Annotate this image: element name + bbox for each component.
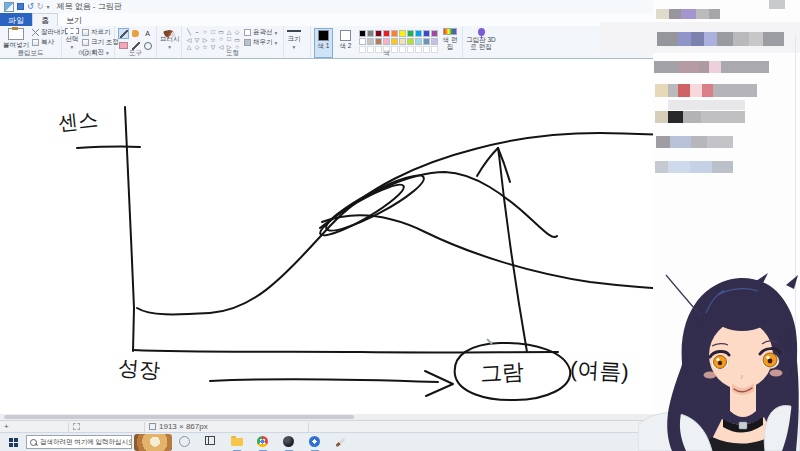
- blur-segment: [713, 84, 757, 97]
- text-tool[interactable]: A: [142, 28, 153, 39]
- selection-size-icon: [73, 423, 80, 430]
- color-swatch[interactable]: [415, 30, 422, 37]
- color-swatch[interactable]: [423, 38, 430, 45]
- slope-ellipse-1: [321, 167, 428, 238]
- blur-segment: [707, 136, 733, 148]
- start-button[interactable]: [9, 438, 18, 447]
- canvas-size-icon: [149, 423, 156, 430]
- handwritten-paren-label: (여름): [569, 354, 629, 387]
- tab-view[interactable]: 보기: [58, 13, 90, 26]
- blur-segment: [655, 111, 668, 123]
- pencil-tool[interactable]: [118, 28, 129, 39]
- blur-segment: [712, 161, 733, 173]
- color-swatch[interactable]: [407, 30, 414, 37]
- color-swatch[interactable]: [359, 30, 366, 37]
- color-swatch[interactable]: [383, 30, 390, 37]
- pencil-icon: [120, 30, 128, 38]
- chrome-icon[interactable]: [257, 436, 269, 448]
- tab-home[interactable]: 홈: [32, 13, 58, 26]
- blur-segment: [679, 61, 699, 73]
- quick-access-dropdown-icon[interactable]: ▾: [46, 3, 49, 11]
- chat-message-blurred: [657, 32, 784, 46]
- scrollbar-thumb[interactable]: [4, 415, 354, 419]
- shape-glyph[interactable]: ☆: [209, 36, 217, 44]
- color-swatch[interactable]: [431, 30, 438, 37]
- resize-button[interactable]: 크기 조정: [82, 38, 119, 47]
- shape-glyph[interactable]: ~: [193, 28, 201, 36]
- color-swatch[interactable]: [399, 38, 406, 45]
- scissors-icon: [32, 29, 39, 36]
- shape-glyph[interactable]: △: [225, 28, 233, 36]
- shape-glyph[interactable]: □: [209, 28, 217, 36]
- fill-tool[interactable]: [130, 28, 141, 39]
- select-button[interactable]: 선택 ▾: [65, 28, 79, 50]
- size-button[interactable]: 크기 ▾: [287, 28, 301, 50]
- color-swatch[interactable]: [359, 38, 366, 45]
- shape-glyph[interactable]: ○: [201, 28, 209, 36]
- horizontal-arrow-head: [425, 371, 453, 396]
- color-swatch[interactable]: [383, 38, 390, 45]
- taskbar-search[interactable]: 검색하려면 여기에 입력하십시오: [26, 435, 132, 449]
- crop-button[interactable]: 자르기: [82, 28, 119, 37]
- color-swatch[interactable]: [367, 38, 374, 45]
- edit-with-paint3d-button[interactable]: 그림판 3D로 편집: [466, 28, 496, 50]
- shape-glyph[interactable]: ╲: [185, 28, 193, 36]
- right-eye-highlight: [766, 356, 769, 359]
- group-size: 크기 ▾: [284, 26, 311, 58]
- neck: [730, 378, 756, 417]
- blur-segment: [733, 32, 749, 46]
- shape-glyph[interactable]: ▷: [201, 36, 209, 44]
- shape-glyph[interactable]: ▭: [217, 28, 225, 36]
- color-swatch[interactable]: [391, 38, 398, 45]
- color-swatch[interactable]: [375, 30, 382, 37]
- color-swatch[interactable]: [431, 38, 438, 45]
- undo-button[interactable]: ↺: [27, 3, 34, 11]
- shape-glyph[interactable]: □: [225, 36, 233, 44]
- color-swatch[interactable]: [367, 30, 374, 37]
- paint-brush-icon[interactable]: [335, 436, 347, 448]
- color-palette: [358, 29, 438, 50]
- fill-button[interactable]: 채우기▾: [244, 38, 277, 47]
- blur-segment: [668, 84, 678, 97]
- circle-outline-icon[interactable]: [179, 436, 191, 448]
- brushes-button[interactable]: 브러시 ▾: [160, 28, 180, 50]
- color-swatch[interactable]: [415, 38, 422, 45]
- search-placeholder: 검색하려면 여기에 입력하십시오: [40, 438, 132, 447]
- color-swatch[interactable]: [399, 30, 406, 37]
- handwritten-y-label: 센스: [57, 106, 100, 137]
- brush-icon: [162, 28, 178, 34]
- dark-browser-icon[interactable]: [283, 436, 295, 448]
- outline-button[interactable]: 윤곽선▾: [244, 28, 277, 37]
- color-swatch[interactable]: [391, 30, 398, 37]
- shape-gallery: ╲~○□▭△◇◁▽▷☆○□▭△◇☆▽◁▷○: [185, 28, 241, 50]
- right-pupil: [768, 359, 773, 364]
- task-view-icon[interactable]: [205, 436, 217, 448]
- color-swatch[interactable]: [375, 38, 382, 45]
- shape-glyph[interactable]: ◁: [185, 36, 193, 44]
- shape-glyph[interactable]: ▽: [193, 36, 201, 44]
- tab-file[interactable]: 파일: [0, 13, 32, 26]
- color-swatch[interactable]: [407, 38, 414, 45]
- blur-segment: [691, 136, 707, 148]
- blue-app-icon[interactable]: [309, 436, 321, 448]
- chat-message-blurred: [655, 161, 733, 173]
- color-swatch[interactable]: [423, 30, 430, 37]
- file-explorer-icon[interactable]: [231, 436, 243, 448]
- paste-button[interactable]: 붙여넣기: [3, 28, 29, 50]
- arrow-shaft: [498, 148, 527, 352]
- food-thumbnail[interactable]: [134, 434, 172, 451]
- left-eye-highlight: [716, 358, 719, 361]
- edit-colors-button[interactable]: 색 편집: [441, 28, 459, 50]
- blur-segment: [701, 111, 745, 123]
- shape-glyph[interactable]: ○: [217, 36, 225, 44]
- redo-button[interactable]: ↻: [37, 3, 44, 11]
- blur-segment: [655, 84, 668, 97]
- blur-segment: [749, 32, 763, 46]
- blur-segment: [678, 32, 691, 46]
- shape-glyph[interactable]: ▭: [233, 36, 241, 44]
- shape-glyph[interactable]: ◇: [233, 28, 241, 36]
- choker-buckle: [739, 422, 747, 429]
- line-size-icon: [287, 30, 301, 34]
- save-button[interactable]: [17, 3, 24, 10]
- edit-colors-icon: [443, 28, 457, 35]
